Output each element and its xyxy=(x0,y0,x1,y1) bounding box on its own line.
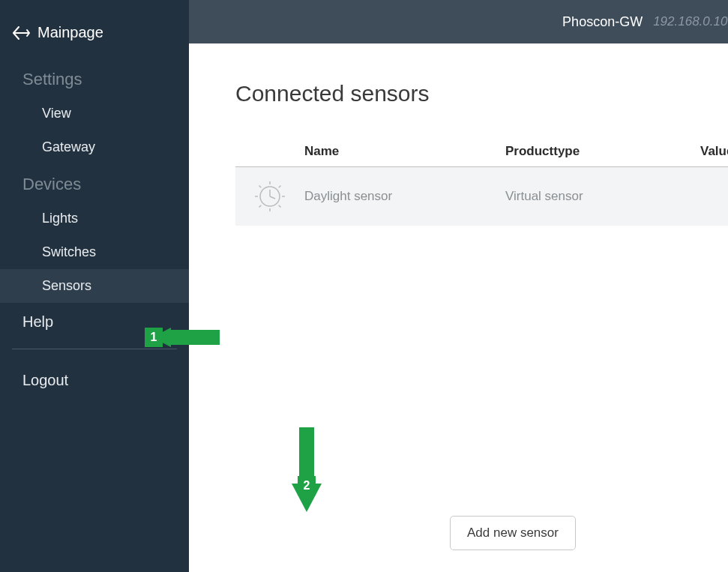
svg-line-9 xyxy=(259,205,262,208)
page-title: Connected sensors xyxy=(235,81,728,106)
sidebar-item-help[interactable]: Help xyxy=(0,303,189,341)
column-header-name: Name xyxy=(304,144,505,159)
sidebar-section-devices: Devices xyxy=(0,164,189,202)
sidebar-item-sensors[interactable]: Sensors xyxy=(0,269,189,303)
back-to-mainpage[interactable]: Mainpage xyxy=(0,15,189,59)
svg-line-8 xyxy=(279,205,281,208)
row-name: Daylight sensor xyxy=(304,189,505,204)
sidebar-section-settings: Settings xyxy=(0,59,189,97)
column-header-producttype: Producttype xyxy=(505,144,700,159)
column-header-value: Value xyxy=(700,144,728,159)
main-area: Phoscon-GW 192.168.0.10 Connected sensor… xyxy=(189,0,728,572)
svg-line-7 xyxy=(259,186,262,188)
sidebar-item-gateway[interactable]: Gateway xyxy=(0,130,189,164)
gateway-ip: 192.168.0.10 xyxy=(653,14,727,29)
add-new-sensor-button[interactable]: Add new sensor xyxy=(450,516,576,550)
content: Connected sensors Name Producttype Value xyxy=(189,43,728,226)
sidebar-item-view[interactable]: View xyxy=(0,97,189,130)
sidebar-item-lights[interactable]: Lights xyxy=(0,202,189,235)
table-header: Name Producttype Value xyxy=(235,136,728,167)
sensors-table: Name Producttype Value xyxy=(235,136,728,226)
svg-line-10 xyxy=(279,186,281,188)
sidebar: Mainpage Settings View Gateway Devices L… xyxy=(0,0,189,572)
sidebar-item-switches[interactable]: Switches xyxy=(0,235,189,269)
table-row[interactable]: Daylight sensor Virtual sensor xyxy=(235,167,728,226)
sidebar-item-logout[interactable]: Logout xyxy=(0,361,189,400)
row-producttype: Virtual sensor xyxy=(505,189,700,204)
sidebar-divider xyxy=(12,349,177,349)
topbar: Phoscon-GW 192.168.0.10 xyxy=(189,0,728,43)
back-label: Mainpage xyxy=(37,24,103,41)
sensor-clock-icon xyxy=(235,177,304,216)
gateway-name: Phoscon-GW xyxy=(562,14,643,30)
svg-line-2 xyxy=(270,196,275,199)
back-arrow-icon xyxy=(12,25,30,40)
